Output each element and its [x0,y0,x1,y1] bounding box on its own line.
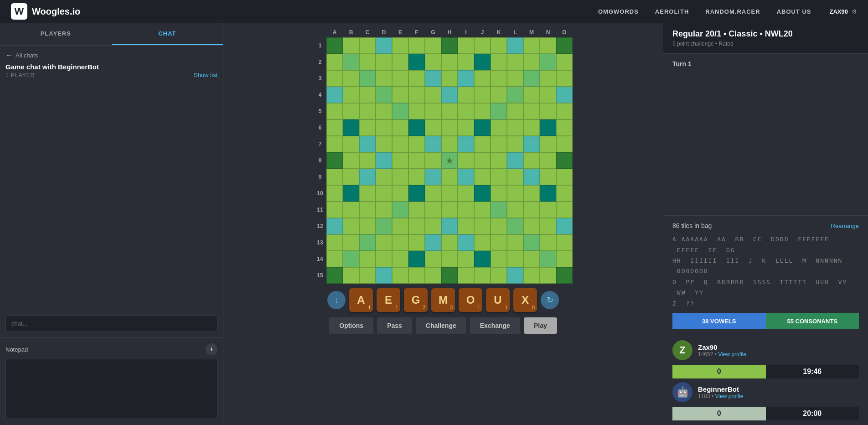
tile-x[interactable]: X 8 [513,288,537,312]
board-cell-6-G[interactable] [425,119,441,136]
board-cell-11-J[interactable] [474,202,491,218]
board-cell-3-H[interactable] [441,70,458,87]
board-cell-1-G[interactable] [425,37,441,54]
board-cell-15-A[interactable] [326,267,343,284]
board-cell-3-D[interactable] [376,70,392,87]
board-cell-8-O[interactable] [556,152,573,169]
board-cell-14-E[interactable] [392,251,408,267]
board-cell-13-C[interactable] [359,234,376,251]
board-cell-2-L[interactable] [507,54,523,70]
board-cell-14-N[interactable] [540,251,556,267]
tab-players[interactable]: PLAYERS [0,23,112,45]
tile-u[interactable]: U 1 [486,288,510,312]
tile-o[interactable]: O 1 [459,288,482,312]
board-cell-14-I[interactable] [458,251,474,267]
board-cell-12-M[interactable] [523,218,540,234]
board-cell-2-G[interactable] [425,54,441,70]
board-cell-6-K[interactable] [491,119,507,136]
board-cell-4-O[interactable] [556,87,573,103]
board-cell-2-M[interactable] [523,54,540,70]
board-cell-4-N[interactable] [540,87,556,103]
board-cell-13-O[interactable] [556,234,573,251]
board-cell-6-E[interactable] [392,119,408,136]
board-cell-5-K[interactable] [491,103,507,119]
board-cell-3-I[interactable] [458,70,474,87]
board-cell-3-E[interactable] [392,70,408,87]
board-cell-6-B[interactable] [343,119,359,136]
show-list-link[interactable]: Show list [194,72,217,78]
board-cell-11-C[interactable] [359,202,376,218]
board-cell-9-B[interactable] [343,169,359,185]
board-cell-11-B[interactable] [343,202,359,218]
board-cell-12-O[interactable] [556,218,573,234]
board-cell-2-F[interactable] [408,54,425,70]
nav-about-us[interactable]: ABOUT US [777,8,811,15]
board-cell-2-J[interactable] [474,54,491,70]
board-cell-5-I[interactable] [458,103,474,119]
board-cell-15-E[interactable] [392,267,408,284]
board-cell-11-N[interactable] [540,202,556,218]
board-cell-14-M[interactable] [523,251,540,267]
board-cell-12-H[interactable] [441,218,458,234]
board-cell-3-M[interactable] [523,70,540,87]
board-cell-3-L[interactable] [507,70,523,87]
board-cell-12-G[interactable] [425,218,441,234]
board-cell-8-N[interactable] [540,152,556,169]
board-cell-12-B[interactable] [343,218,359,234]
board-cell-11-L[interactable] [507,202,523,218]
board-cell-7-M[interactable] [523,136,540,152]
board-cell-11-M[interactable] [523,202,540,218]
board-cell-8-H[interactable]: ★ [441,152,458,169]
board-cell-3-A[interactable] [326,70,343,87]
consonants-button[interactable]: 55 CONSONANTS [766,313,859,329]
board-cell-9-A[interactable] [326,169,343,185]
board-cell-7-B[interactable] [343,136,359,152]
board-cell-9-K[interactable] [491,169,507,185]
tile-a[interactable]: A 1 [349,288,373,312]
board-cell-8-F[interactable] [408,152,425,169]
board-cell-2-I[interactable] [458,54,474,70]
board-cell-10-B[interactable] [343,185,359,202]
board-cell-3-N[interactable] [540,70,556,87]
board-cell-7-L[interactable] [507,136,523,152]
board-cell-5-N[interactable] [540,103,556,119]
board-cell-8-J[interactable] [474,152,491,169]
board-cell-1-K[interactable] [491,37,507,54]
board-cell-10-I[interactable] [458,185,474,202]
board-cell-11-H[interactable] [441,202,458,218]
board-cell-15-F[interactable] [408,267,425,284]
board-cell-10-A[interactable] [326,185,343,202]
board-cell-8-A[interactable] [326,152,343,169]
board-cell-11-E[interactable] [392,202,408,218]
board-cell-12-E[interactable] [392,218,408,234]
rearrange-button[interactable]: Rearrange [831,223,859,229]
board-cell-11-D[interactable] [376,202,392,218]
board-cell-14-G[interactable] [425,251,441,267]
board-cell-1-A[interactable] [326,37,343,54]
board-cell-4-K[interactable] [491,87,507,103]
board-cell-9-O[interactable] [556,169,573,185]
board-cell-3-F[interactable] [408,70,425,87]
board-cell-12-D[interactable] [376,218,392,234]
board-cell-10-G[interactable] [425,185,441,202]
options-button[interactable]: Options [329,317,373,334]
board-cell-11-F[interactable] [408,202,425,218]
board-cell-13-D[interactable] [376,234,392,251]
board-cell-6-H[interactable] [441,119,458,136]
board-cell-1-B[interactable] [343,37,359,54]
board-cell-2-N[interactable] [540,54,556,70]
board-cell-15-D[interactable] [376,267,392,284]
nav-omgwords[interactable]: OMGWORDS [598,8,639,15]
board-cell-2-B[interactable] [343,54,359,70]
board-cell-7-A[interactable] [326,136,343,152]
board-cell-7-N[interactable] [540,136,556,152]
board-cell-8-C[interactable] [359,152,376,169]
board-cell-14-O[interactable] [556,251,573,267]
board-cell-1-O[interactable] [556,37,573,54]
board-cell-7-J[interactable] [474,136,491,152]
board-cell-12-J[interactable] [474,218,491,234]
board-cell-10-H[interactable] [441,185,458,202]
board-cell-2-E[interactable] [392,54,408,70]
board-cell-8-E[interactable] [392,152,408,169]
board-cell-9-N[interactable] [540,169,556,185]
